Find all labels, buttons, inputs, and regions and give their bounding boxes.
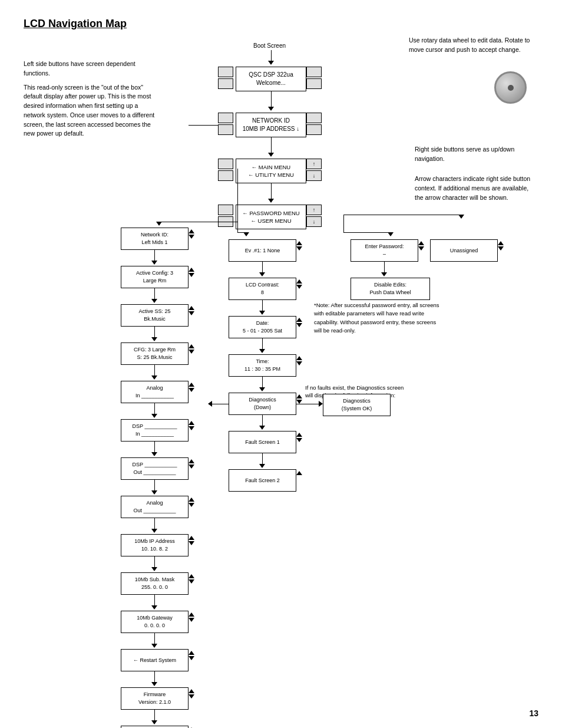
- screen-date: Date:5 - 01 - 2005 Sat: [229, 316, 296, 338]
- passmenu-right-btn1[interactable]: ↑: [306, 205, 322, 215]
- tri-up: [189, 229, 194, 233]
- tri-down: [296, 285, 302, 289]
- line-mid-3: [262, 338, 263, 350]
- tri-down: [296, 438, 302, 442]
- boot-right-buttons: [306, 67, 322, 89]
- tri-up: [296, 279, 302, 284]
- line-utility-down: [237, 215, 238, 232]
- tri-up: [296, 394, 302, 398]
- screen-cfg-s: CFG: 3 Large RmS: 25 Bk.Music: [121, 342, 189, 365]
- passmenu-left-buttons: [218, 205, 233, 227]
- netid-left-btn2[interactable]: [218, 124, 233, 135]
- arrow-mid-6: [259, 464, 265, 468]
- screen-diag-ok: Diagnostics(System OK): [323, 394, 391, 416]
- active-config-updown: [189, 268, 194, 277]
- analog-in-updown: [189, 383, 194, 392]
- screen-gateway: 10Mb Gateway0. 0. 0. 0: [121, 611, 189, 633]
- tri-down: [189, 618, 194, 622]
- boot-left-buttons: [218, 67, 233, 89]
- line-boot-to-net: [271, 91, 272, 108]
- mainmenu-left-btn1[interactable]: [218, 159, 233, 169]
- arrow-pass-right: [388, 232, 394, 236]
- boot-left-btn2[interactable]: [218, 78, 233, 89]
- line-left-7: [154, 480, 155, 492]
- boot-right-btn2[interactable]: [306, 78, 322, 89]
- screen-network-id: NETWORK ID10MB IP ADDRESS ↓: [236, 113, 306, 137]
- line-left-12: [154, 671, 155, 683]
- tri-down: [189, 235, 194, 239]
- mainmenu-left-btn2[interactable]: [218, 170, 233, 181]
- arrow-mid-3: [259, 349, 265, 353]
- arrow-left-6: [151, 452, 157, 456]
- tri-up: [296, 471, 302, 475]
- netid-left-buttons: [218, 113, 233, 135]
- screen-active-config: Active Config: 3Large Rm: [121, 266, 189, 288]
- screen-serial: Serial Number123456789: [121, 726, 189, 728]
- diagram-area: Boot Screen QSC DSP 322uaWelcome... NETW…: [24, 36, 538, 702]
- boot-arrow: [268, 61, 274, 65]
- time-updown: [296, 356, 302, 365]
- passmenu-left-btn1[interactable]: [218, 205, 233, 215]
- submask-updown: [189, 574, 194, 584]
- passmenu-right-btn2[interactable]: ↓: [306, 216, 322, 227]
- fault2-updown: [296, 471, 302, 475]
- tri-down: [498, 246, 504, 251]
- tri-down: [296, 361, 302, 365]
- tri-up: [189, 306, 194, 310]
- firmware-updown: [189, 689, 194, 699]
- screen-ip-address: 10Mb IP Address10. 10. 8. 2: [121, 534, 189, 556]
- mainmenu-right-btn1[interactable]: ↑: [306, 159, 322, 169]
- screen-active-ss: Active SS: 25Bk.Music: [121, 304, 189, 327]
- tri-up: [189, 268, 194, 272]
- tri-up: [189, 421, 194, 425]
- arrow-left-1: [151, 261, 157, 265]
- arrow-left-13: [151, 720, 157, 724]
- line-left-9: [154, 556, 155, 568]
- screen-disable-edits: Disable Edits:Push Data Wheel: [351, 278, 430, 300]
- cfg-s-updown: [189, 344, 194, 354]
- tri-down: [189, 311, 194, 315]
- arrow-left-9: [151, 567, 157, 571]
- enterpass-updown: [418, 241, 424, 251]
- lcd-contrast-updown: [296, 279, 302, 289]
- unassigned-updown: [498, 241, 504, 251]
- netid-right-btn1[interactable]: [306, 113, 322, 123]
- tri-up: [189, 574, 194, 578]
- line-mid-5: [262, 415, 263, 427]
- line-left-4: [154, 365, 155, 377]
- netid-left-btn1[interactable]: [218, 113, 233, 123]
- arrow-pass-1: [381, 272, 387, 276]
- screen-dsp-out: DSP ___________Out ___________: [121, 457, 189, 480]
- arrow-mid-2: [259, 311, 265, 315]
- screen-password-menu: ← PASSWORD MENU← USER MENU: [236, 205, 306, 229]
- line-net-to-main: [271, 137, 272, 154]
- boot-right-btn1[interactable]: [306, 67, 322, 77]
- arrow-mid-1: [259, 272, 265, 276]
- dsp-out-updown: [189, 459, 194, 469]
- mainmenu-left-buttons: [218, 159, 233, 181]
- screen-lcd-contrast: LCD Contrast:8: [229, 278, 296, 300]
- screen-fault1: Fault Screen 1: [229, 431, 296, 453]
- tri-up: [189, 612, 194, 617]
- restart-updown: [189, 651, 194, 660]
- tri-down: [296, 246, 302, 251]
- date-updown: [296, 318, 302, 327]
- tri-down: [189, 350, 194, 354]
- netid-right-btn2[interactable]: [306, 124, 322, 135]
- arrow-left-11: [151, 644, 157, 648]
- tri-down: [189, 541, 194, 545]
- tri-up: [189, 536, 194, 540]
- arrow-net-to-main: [268, 153, 274, 157]
- mainmenu-right-btn2[interactable]: ↓: [306, 170, 322, 181]
- line-left-8: [154, 518, 155, 530]
- arrow-diag-left: [208, 401, 212, 407]
- netid-box-updown: [189, 229, 194, 239]
- screen-firmware: FirmwareVersion: 2.1.0: [121, 687, 189, 710]
- line-main-to-pass: [271, 183, 272, 200]
- tri-down: [296, 400, 302, 404]
- boot-left-btn1[interactable]: [218, 67, 233, 77]
- tri-down: [189, 465, 194, 469]
- screen-boot: QSC DSP 322uaWelcome...: [236, 67, 306, 91]
- screen-sub-mask: 10Mb Sub. Mask255. 0. 0. 0: [121, 572, 189, 595]
- screen-fault2: Fault Screen 2: [229, 469, 296, 492]
